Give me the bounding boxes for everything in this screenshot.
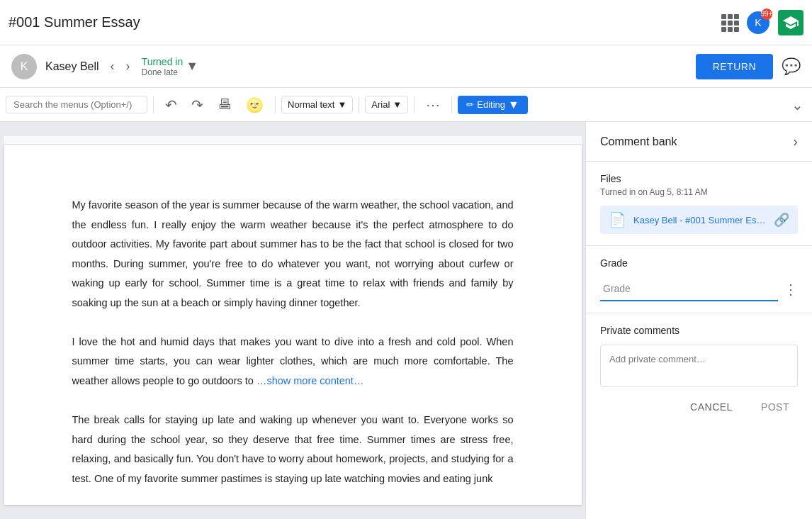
toolbar-separator-3 — [359, 96, 359, 113]
editing-button[interactable]: ✏ Editing ▼ — [458, 96, 528, 114]
font-chevron-icon: ▼ — [393, 99, 402, 110]
editing-chevron-icon: ▼ — [508, 99, 519, 111]
toolbar-separator-1 — [153, 96, 154, 113]
main-area: My favorite season of the year is summer… — [0, 122, 812, 519]
toolbar-expand-button[interactable]: ⌄ — [789, 94, 806, 116]
status-chevron-icon: ▼ — [186, 59, 198, 74]
private-comment-input[interactable] — [600, 345, 798, 387]
comment-actions: CANCEL POST — [600, 396, 798, 418]
show-more-link[interactable]: …show more content… — [256, 375, 364, 386]
paragraph-3: The break calls for staying up late and … — [72, 411, 514, 489]
font-label: Arial — [371, 99, 390, 110]
file-open-icon[interactable]: 🔗 — [774, 212, 789, 228]
classroom-svg — [782, 14, 799, 31]
files-title: Files — [600, 173, 798, 184]
panel-expand-icon[interactable]: › — [793, 133, 798, 150]
top-bar-right: K 99+ — [721, 10, 803, 35]
grade-input[interactable] — [600, 277, 778, 301]
text-style-select[interactable]: Normal text ▼ — [281, 96, 353, 113]
classroom-icon[interactable] — [778, 10, 803, 35]
page-title: #001 Summer Essay — [9, 14, 140, 30]
private-comments-title: Private comments — [600, 325, 798, 336]
top-bar: #001 Summer Essay K 99+ — [0, 0, 812, 45]
toolbar: ↶ ↷ 🖶 🌝 Normal text ▼ Arial ▼ ⋯ ✏ Editin… — [0, 88, 812, 122]
editing-label: Editing — [477, 99, 505, 110]
file-item[interactable]: 📄 Kasey Bell - #001 Summer Ess... 🔗 — [600, 206, 798, 234]
paragraph-1: My favorite season of the year is summer… — [72, 196, 514, 313]
text-style-chevron-icon: ▼ — [337, 99, 346, 110]
grade-title: Grade — [600, 257, 798, 269]
student-bar-left: K Kasey Bell ‹ › Turned in Done late ▼ — [11, 54, 198, 79]
student-name: Kasey Bell — [45, 60, 99, 73]
private-comments-section: Private comments CANCEL POST — [586, 313, 812, 519]
file-doc-icon: 📄 — [609, 211, 626, 228]
paint-format-button[interactable]: 🌝 — [240, 94, 269, 116]
toolbar-separator-2 — [275, 96, 276, 113]
post-button[interactable]: POST — [752, 396, 798, 418]
file-name: Kasey Bell - #001 Summer Ess... — [633, 215, 767, 225]
next-student-button[interactable]: › — [123, 56, 133, 77]
panel-header: Comment bank › — [586, 122, 812, 162]
message-button-container: 💬 — [782, 57, 801, 76]
right-panel: Comment bank › Files Turned in on Aug 5,… — [585, 122, 812, 519]
grade-input-row: ⋮ — [600, 277, 798, 301]
files-subtitle: Turned in on Aug 5, 8:11 AM — [600, 187, 798, 197]
paragraph-2: I love the hot and humid days that makes… — [72, 333, 514, 391]
search-input[interactable] — [6, 96, 147, 113]
app-grid-icon[interactable] — [721, 14, 738, 31]
status-container: Turned in Done late — [142, 56, 184, 77]
status-turned-in: Turned in — [142, 56, 184, 67]
toolbar-separator-4 — [414, 96, 415, 113]
font-select[interactable]: Arial ▼ — [365, 96, 408, 113]
ruler-marks — [4, 136, 582, 144]
text-style-label: Normal text — [288, 99, 334, 110]
return-button[interactable]: RETURN — [696, 54, 773, 79]
grade-more-icon[interactable]: ⋮ — [784, 281, 798, 298]
status-done-late: Done late — [142, 67, 178, 77]
ruler — [4, 136, 582, 145]
student-bar: K Kasey Bell ‹ › Turned in Done late ▼ R… — [0, 45, 812, 88]
cancel-button[interactable]: CANCEL — [682, 396, 741, 418]
document-area: My favorite season of the year is summer… — [0, 122, 585, 519]
files-section: Files Turned in on Aug 5, 8:11 AM 📄 Kase… — [586, 162, 812, 246]
student-avatar: K — [11, 54, 37, 79]
redo-button[interactable]: ↷ — [186, 94, 209, 116]
editing-icon: ✏ — [466, 99, 474, 110]
student-bar-right: RETURN 💬 — [696, 54, 801, 79]
toolbar-separator-5 — [451, 96, 452, 113]
user-initial: K — [755, 17, 761, 28]
nav-arrows: ‹ › — [108, 56, 133, 77]
student-initial: K — [21, 60, 28, 73]
status-dropdown[interactable]: Turned in Done late ▼ — [142, 56, 198, 77]
grade-section: Grade ⋮ — [586, 246, 812, 313]
undo-button[interactable]: ↶ — [159, 94, 183, 116]
message-icon[interactable]: 💬 — [782, 57, 801, 75]
document-text: My favorite season of the year is summer… — [72, 196, 514, 489]
top-bar-left: #001 Summer Essay — [9, 14, 140, 30]
user-avatar[interactable]: K 99+ — [747, 11, 769, 34]
document-page: My favorite season of the year is summer… — [4, 145, 582, 505]
comment-bank-title: Comment bank — [600, 135, 677, 148]
more-options-button[interactable]: ⋯ — [420, 94, 446, 116]
prev-student-button[interactable]: ‹ — [108, 56, 118, 77]
print-button[interactable]: 🖶 — [212, 94, 237, 116]
user-badge: 99+ — [761, 9, 772, 20]
